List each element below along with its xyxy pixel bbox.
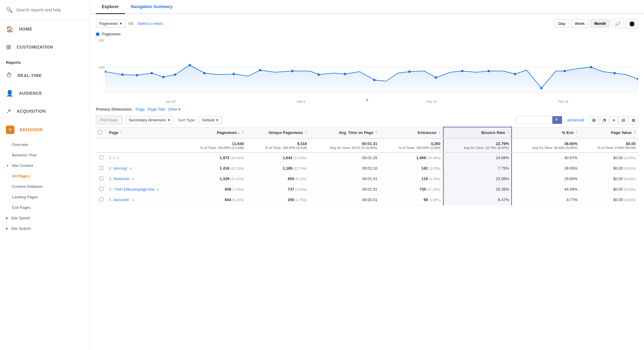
row2-upv-main: 1,189 (283, 166, 293, 171)
secondary-dimension-dropdown[interactable]: Secondary dimension ▾ (126, 116, 173, 124)
row3-copy-icon[interactable]: ⧉ (132, 177, 134, 181)
row4-page: 4. /?ref=19&campaign=bw ⧉ (107, 184, 181, 194)
entrances-help-icon[interactable]: ? (439, 131, 441, 135)
row1-page: 1. / ⧉ (107, 153, 181, 163)
row2-check[interactable] (96, 163, 107, 174)
row2-num: 2. (109, 166, 112, 171)
pivot-view-button[interactable]: ⊟ (619, 116, 628, 124)
row2-copy-icon[interactable]: ⧉ (129, 167, 132, 170)
pie-view-button[interactable]: ◔ (600, 116, 609, 124)
row1-pval-sub: (0.00%) (624, 156, 636, 160)
row5-ent-main: 59 (424, 197, 428, 202)
row4-page-link[interactable]: /?ref=19&campaign=bw (113, 187, 154, 191)
sidebar-item-home[interactable]: 🏠 HOME (0, 20, 90, 38)
search-input[interactable] (16, 7, 84, 12)
row4-copy-icon[interactable]: ⧉ (157, 188, 159, 191)
sidebar-group-site-speed[interactable]: ▶ Site Speed (0, 213, 90, 223)
sidebar-item-audience[interactable]: 👤 AUDIENCE (0, 84, 90, 102)
row1-check[interactable] (96, 153, 107, 163)
search-bar[interactable]: 🔍 (0, 0, 90, 20)
grid-view-button[interactable]: ⊞ (589, 116, 598, 124)
line-chart-button[interactable]: 📈 (612, 19, 624, 28)
row5-page: 5. /account/ ⧉ (107, 194, 181, 205)
table-search-box[interactable]: 🔍 (516, 116, 562, 124)
pct-exit-help-icon[interactable]: ? (575, 131, 578, 135)
advanced-link[interactable]: advanced (567, 118, 584, 122)
row5-unique-pageviews: 256 (2.75%) (246, 194, 309, 205)
sidebar-item-content-drilldown[interactable]: Content Drilldown (0, 181, 90, 192)
row2-checkbox[interactable] (99, 166, 103, 170)
row5-pct-exit: 8.77% (512, 194, 580, 205)
row4-check[interactable] (96, 184, 107, 194)
row1-checkbox[interactable] (99, 156, 103, 159)
row3-page-link[interactable]: /features/ (113, 176, 129, 181)
tab-navigation-summary[interactable]: Navigation Summary (125, 0, 179, 14)
sidebar-item-landing-pages[interactable]: Landing Pages (0, 192, 90, 202)
page-help-icon[interactable]: ? (120, 131, 123, 135)
row5-check[interactable] (96, 194, 107, 205)
sidebar-item-acquisition[interactable]: ↗ ACQUISITION (0, 102, 90, 120)
day-button[interactable]: Day (554, 19, 569, 28)
svg-point-17 (435, 76, 437, 79)
plot-rows-button[interactable]: Plot Rows (96, 116, 123, 124)
sidebar-item-customization[interactable]: ⊞ CUSTOMIZATION (0, 38, 90, 56)
row1-page-link[interactable]: / (113, 156, 114, 160)
unique-pageviews-help-icon[interactable]: ? (305, 131, 307, 135)
row5-pval-main: $0.00 (613, 197, 623, 202)
svg-point-10 (232, 73, 235, 75)
week-button[interactable]: Week (571, 19, 589, 28)
row2-page-link[interactable]: /pricing/ (113, 166, 127, 171)
scroll-down-icon: ▾ (366, 97, 368, 103)
metric-label: Pageviews (99, 21, 118, 26)
row5-pv-sub: (5.19%) (232, 198, 244, 202)
select-all-checkbox[interactable] (98, 130, 102, 134)
row3-checkbox[interactable] (99, 176, 103, 180)
bar-view-button[interactable]: ≡ (610, 116, 618, 124)
th-pct-exit: % Exit ? (512, 127, 580, 138)
compare-view-button[interactable]: ⊞ (629, 116, 638, 124)
avg-time-help-icon[interactable]: ? (375, 131, 377, 135)
sidebar-item-realtime[interactable]: ⏱ REAL-TIME (0, 67, 90, 84)
row3-check[interactable] (96, 174, 107, 184)
row2-page: 2. /pricing/ ⧉ (107, 163, 181, 174)
pie-chart-button[interactable]: ⬤ (626, 19, 638, 28)
dim-page-title-link[interactable]: Page Title (148, 107, 165, 111)
tab-explorer[interactable]: Explorer (96, 0, 125, 14)
row4-checkbox[interactable] (99, 187, 103, 191)
dim-page-link[interactable]: Page (136, 107, 145, 111)
row2-bounce-rate: 7.75% (443, 163, 512, 174)
sort-dropdown[interactable]: Default ▾ (199, 116, 222, 124)
row5-pval-sub: (0.00%) (624, 198, 636, 202)
row5-page-link[interactable]: /account/ (113, 197, 129, 202)
month-button[interactable]: Month (590, 19, 610, 28)
sidebar-group-site-search[interactable]: ▶ Site Search (0, 223, 90, 234)
sidebar-item-overview[interactable]: Overview (0, 139, 90, 150)
th-entrances: Entrances ? (380, 127, 443, 138)
sidebar-item-behavior[interactable]: ≡ BEHAVIOR (0, 120, 90, 139)
row1-entrances: 1,469 (34.48%) (380, 153, 443, 163)
row5-copy-icon[interactable]: ⧉ (131, 198, 134, 202)
table-search-button[interactable]: 🔍 (552, 116, 562, 124)
totals-pct-exit: 36.60% Avg for View: 36.60% (0.00%) (512, 138, 580, 153)
table-search-input[interactable] (516, 116, 552, 124)
row2-pval-sub: (0.00%) (624, 167, 636, 170)
sidebar-item-all-pages[interactable]: All Pages (0, 171, 90, 181)
page-value-help-icon[interactable]: ? (634, 131, 636, 135)
row1-copy-icon[interactable]: ⧉ (117, 156, 119, 160)
totals-check (96, 138, 107, 153)
sidebar-item-behavior-flow[interactable]: Behavior Flow (0, 150, 90, 160)
sidebar-group-site-content[interactable]: ▼ Site Content (0, 160, 90, 171)
row5-checkbox[interactable] (99, 197, 103, 201)
totals-pct-exit-sub: Avg for View: 36.60% (0.00%) (514, 146, 578, 150)
metric-dropdown[interactable]: Pageviews ▾ (96, 19, 125, 28)
row1-num: 1. (109, 156, 112, 160)
sidebar-item-exit-pages[interactable]: Exit Pages (0, 202, 90, 213)
row1-pct-exit: 40.67% (512, 153, 580, 163)
dim-other-dropdown[interactable]: Other ▾ (168, 107, 181, 111)
pageviews-help-icon[interactable]: ? (242, 131, 244, 135)
bounce-rate-help-icon[interactable]: ? (507, 131, 509, 135)
sidebar-label-site-content: Site Content (12, 163, 33, 168)
row4-ent-main: 735 (420, 187, 426, 191)
row2-ent-main: 142 (421, 166, 428, 171)
select-metric-link[interactable]: Select a metric (137, 21, 163, 26)
